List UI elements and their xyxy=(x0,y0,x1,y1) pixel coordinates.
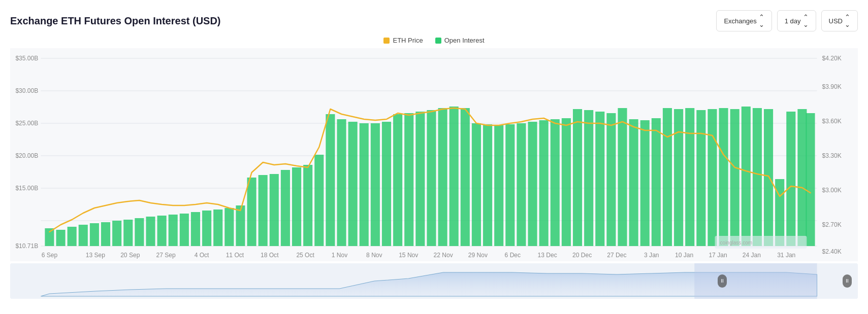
svg-text:$3.60K: $3.60K xyxy=(822,118,842,125)
exchanges-label: Exchanges xyxy=(724,17,756,25)
svg-rect-76 xyxy=(663,108,672,246)
svg-rect-42 xyxy=(281,170,290,246)
svg-rect-36 xyxy=(213,210,222,246)
svg-rect-65 xyxy=(539,120,549,246)
svg-text:3 Jan: 3 Jan xyxy=(644,252,659,259)
svg-rect-34 xyxy=(191,212,200,246)
svg-rect-71 xyxy=(606,113,616,246)
svg-rect-84 xyxy=(753,108,762,246)
svg-rect-69 xyxy=(584,110,593,246)
svg-text:22 Nov: 22 Nov xyxy=(434,252,453,259)
svg-rect-85 xyxy=(764,109,773,246)
svg-text:24 Jan: 24 Jan xyxy=(743,252,761,259)
svg-text:$3.90K: $3.90K xyxy=(822,83,842,90)
legend-open-interest: Open Interest xyxy=(435,37,485,44)
svg-text:13 Dec: 13 Dec xyxy=(538,252,557,259)
svg-rect-43 xyxy=(292,167,301,246)
minimap-container[interactable]: ⏸ ⏸ xyxy=(10,263,858,299)
svg-text:11 Oct: 11 Oct xyxy=(226,252,244,259)
svg-text:25 Oct: 25 Oct xyxy=(296,252,314,259)
svg-rect-115 xyxy=(694,263,817,299)
svg-text:8 Nov: 8 Nov xyxy=(366,252,382,259)
svg-rect-22 xyxy=(56,230,65,246)
open-interest-legend-dot xyxy=(435,38,441,44)
main-chart-area: $35.00B $30.00B $25.00B $20.00B $15.00B … xyxy=(10,48,858,261)
timeframe-label: 1 day xyxy=(785,17,801,25)
svg-rect-89 xyxy=(806,113,815,246)
svg-rect-81 xyxy=(719,108,728,246)
svg-text:4 Oct: 4 Oct xyxy=(195,252,209,259)
minimap-svg xyxy=(10,263,858,299)
svg-rect-75 xyxy=(652,118,661,246)
svg-rect-79 xyxy=(696,110,705,246)
svg-rect-60 xyxy=(483,124,492,246)
main-chart-svg: $35.00B $30.00B $25.00B $20.00B $15.00B … xyxy=(10,48,858,261)
svg-text:27 Dec: 27 Dec xyxy=(607,252,626,259)
currency-label: USD xyxy=(829,17,843,25)
svg-rect-50 xyxy=(371,123,380,246)
svg-rect-66 xyxy=(551,119,560,246)
svg-rect-61 xyxy=(494,125,503,246)
svg-text:6 Dec: 6 Dec xyxy=(505,252,521,259)
timeframe-button[interactable]: 1 day ⌃⌄ xyxy=(777,10,816,31)
svg-text:20 Sep: 20 Sep xyxy=(120,252,140,259)
exchanges-button[interactable]: Exchanges ⌃⌄ xyxy=(716,10,771,31)
svg-text:$4.20K: $4.20K xyxy=(822,55,842,62)
svg-text:29 Nov: 29 Nov xyxy=(468,252,488,259)
svg-rect-29 xyxy=(135,218,144,246)
open-interest-legend-label: Open Interest xyxy=(444,37,485,44)
legend-eth-price: ETH Price xyxy=(383,37,423,44)
svg-text:coinglass.com: coinglass.com xyxy=(720,240,753,246)
svg-rect-46 xyxy=(326,114,335,246)
svg-rect-33 xyxy=(180,214,189,246)
svg-rect-47 xyxy=(337,119,346,246)
svg-rect-27 xyxy=(112,221,121,246)
svg-rect-25 xyxy=(90,223,99,246)
chart-header: Exchange ETH Futures Open Interest (USD)… xyxy=(10,10,858,31)
currency-button[interactable]: USD ⌃⌄ xyxy=(821,10,858,31)
minimap-left-handle[interactable]: ⏸ xyxy=(718,274,727,288)
svg-text:31 Jan: 31 Jan xyxy=(777,252,795,259)
eth-price-legend-label: ETH Price xyxy=(393,37,423,44)
svg-rect-41 xyxy=(270,174,279,246)
svg-rect-39 xyxy=(247,178,256,246)
chart-legend: ETH Price Open Interest xyxy=(10,37,858,44)
svg-text:27 Sep: 27 Sep xyxy=(156,252,176,259)
svg-text:13 Sep: 13 Sep xyxy=(86,252,106,259)
svg-text:17 Jan: 17 Jan xyxy=(709,252,727,259)
svg-text:18 Oct: 18 Oct xyxy=(261,252,279,259)
eth-price-legend-dot xyxy=(383,38,390,44)
svg-rect-59 xyxy=(472,123,481,246)
svg-rect-72 xyxy=(618,108,627,246)
svg-rect-55 xyxy=(427,110,436,246)
svg-rect-80 xyxy=(708,109,717,246)
svg-rect-49 xyxy=(360,123,369,246)
svg-rect-82 xyxy=(730,109,740,246)
svg-rect-88 xyxy=(797,109,807,246)
svg-rect-68 xyxy=(573,109,582,246)
svg-rect-57 xyxy=(449,107,459,246)
svg-rect-52 xyxy=(393,114,402,246)
svg-text:$25.00B: $25.00B xyxy=(15,120,38,127)
svg-rect-51 xyxy=(382,122,391,246)
svg-text:$15.00B: $15.00B xyxy=(15,185,38,192)
svg-rect-32 xyxy=(169,215,178,246)
exchanges-chevron-icon: ⌃⌄ xyxy=(759,13,764,28)
svg-text:$3.30K: $3.30K xyxy=(822,152,842,159)
svg-rect-26 xyxy=(101,222,110,246)
svg-rect-44 xyxy=(303,165,312,246)
timeframe-chevron-icon: ⌃⌄ xyxy=(803,13,809,28)
chart-title: Exchange ETH Futures Open Interest (USD) xyxy=(10,15,221,27)
svg-rect-62 xyxy=(505,124,515,246)
svg-text:6 Sep: 6 Sep xyxy=(42,252,58,259)
svg-rect-63 xyxy=(517,123,526,246)
svg-rect-21 xyxy=(45,228,54,246)
svg-rect-45 xyxy=(314,155,324,246)
svg-text:15 Nov: 15 Nov xyxy=(399,252,418,259)
svg-rect-38 xyxy=(236,205,245,246)
minimap-right-handle[interactable]: ⏸ xyxy=(843,274,852,288)
main-container: Exchange ETH Futures Open Interest (USD)… xyxy=(0,0,868,314)
svg-rect-23 xyxy=(68,227,77,246)
svg-text:$2.70K: $2.70K xyxy=(822,221,842,228)
currency-chevron-icon: ⌃⌄ xyxy=(845,13,850,28)
